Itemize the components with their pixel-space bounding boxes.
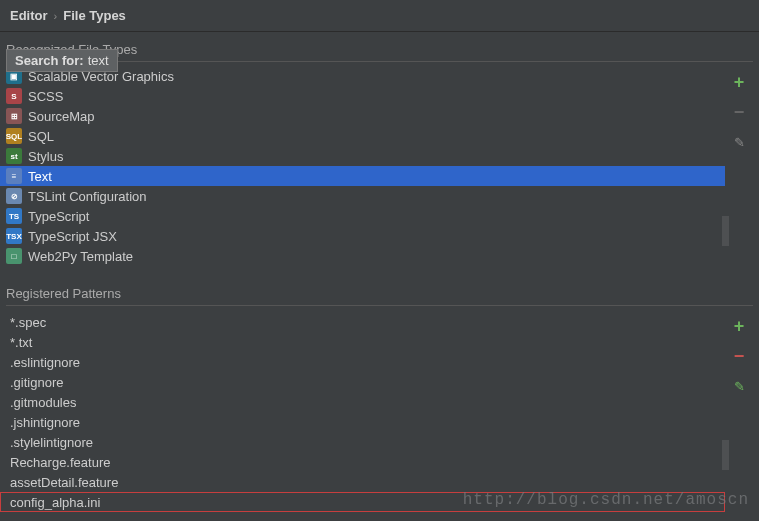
file-type-item[interactable]: TSTypeScript (0, 206, 725, 226)
pattern-label: config_alpha.ini (10, 495, 100, 510)
watermark: http://blog.csdn.net/amoscn (463, 491, 749, 509)
file-type-icon: S (6, 88, 22, 104)
remove-file-type-button[interactable]: − (729, 102, 749, 122)
edit-pattern-button[interactable]: ✎ (729, 376, 749, 396)
pattern-label: .stylelintignore (10, 435, 93, 450)
pattern-label: *.spec (10, 315, 46, 330)
file-type-label: TypeScript (28, 209, 89, 224)
search-label: Search for: (15, 53, 84, 68)
pattern-label: .eslintignore (10, 355, 80, 370)
search-value: text (88, 53, 109, 68)
search-tooltip: Search for: text (6, 49, 118, 72)
patterns-list[interactable]: *.spec*.txt.eslintignore.gitignore.gitmo… (0, 310, 725, 512)
add-pattern-button[interactable]: + (729, 316, 749, 336)
file-type-label: SQL (28, 129, 54, 144)
pattern-item[interactable]: *.txt (0, 332, 725, 352)
pattern-label: *.txt (10, 335, 32, 350)
pattern-item[interactable]: Recharge.feature (0, 452, 725, 472)
divider (6, 61, 753, 62)
file-type-label: SourceMap (28, 109, 94, 124)
breadcrumb-separator-icon: › (54, 10, 58, 22)
pattern-item[interactable]: *.spec (0, 312, 725, 332)
file-type-icon: ≡ (6, 168, 22, 184)
file-type-label: Web2Py Template (28, 249, 133, 264)
edit-file-type-button[interactable]: ✎ (729, 132, 749, 152)
add-file-type-button[interactable]: + (729, 72, 749, 92)
file-type-label: SCSS (28, 89, 63, 104)
file-type-item[interactable]: ⊞SourceMap (0, 106, 725, 126)
pencil-icon: ✎ (734, 135, 745, 150)
breadcrumb: Editor › File Types (0, 0, 759, 32)
file-types-actions: + − ✎ (725, 66, 753, 266)
pattern-item[interactable]: .stylelintignore (0, 432, 725, 452)
file-type-item[interactable]: □Web2Py Template (0, 246, 725, 266)
patterns-scrollbar[interactable] (722, 440, 729, 470)
file-type-icon: SQL (6, 128, 22, 144)
pattern-label: assetDetail.feature (10, 475, 118, 490)
registered-patterns-header: Registered Patterns (0, 266, 759, 305)
file-type-item[interactable]: SQLSQL (0, 126, 725, 146)
file-type-icon: TS (6, 208, 22, 224)
file-type-item[interactable]: stStylus (0, 146, 725, 166)
file-type-item[interactable]: TSXTypeScript JSX (0, 226, 725, 246)
file-type-icon: □ (6, 248, 22, 264)
file-types-list[interactable]: ▣Scalable Vector GraphicsSSCSS⊞SourceMap… (0, 66, 725, 266)
divider (6, 305, 753, 306)
remove-pattern-button[interactable]: − (729, 346, 749, 366)
patterns-actions: + − ✎ (725, 310, 753, 512)
pattern-item[interactable]: .jshintignore (0, 412, 725, 432)
file-type-label: Stylus (28, 149, 63, 164)
file-type-item[interactable]: ⊘TSLint Configuration (0, 186, 725, 206)
plus-icon: + (734, 316, 745, 337)
file-type-item[interactable]: ≡Text (0, 166, 725, 186)
breadcrumb-file-types: File Types (63, 8, 126, 23)
file-type-icon: ⊞ (6, 108, 22, 124)
file-type-item[interactable]: SSCSS (0, 86, 725, 106)
pattern-label: .gitmodules (10, 395, 76, 410)
file-type-icon: st (6, 148, 22, 164)
file-types-scrollbar[interactable] (722, 216, 729, 246)
pattern-item[interactable]: .gitmodules (0, 392, 725, 412)
pattern-label: .jshintignore (10, 415, 80, 430)
plus-icon: + (734, 72, 745, 93)
minus-icon: − (734, 346, 745, 367)
file-type-label: TypeScript JSX (28, 229, 117, 244)
file-type-icon: ⊘ (6, 188, 22, 204)
file-type-icon: TSX (6, 228, 22, 244)
pattern-label: Recharge.feature (10, 455, 110, 470)
file-type-label: Text (28, 169, 52, 184)
minus-icon: − (734, 102, 745, 123)
breadcrumb-editor[interactable]: Editor (10, 8, 48, 23)
file-type-label: TSLint Configuration (28, 189, 147, 204)
pattern-item[interactable]: .eslintignore (0, 352, 725, 372)
pattern-item[interactable]: .gitignore (0, 372, 725, 392)
pattern-label: .gitignore (10, 375, 63, 390)
pattern-item[interactable]: assetDetail.feature (0, 472, 725, 492)
registered-patterns-label: Registered Patterns (6, 286, 121, 301)
pencil-icon: ✎ (734, 379, 745, 394)
